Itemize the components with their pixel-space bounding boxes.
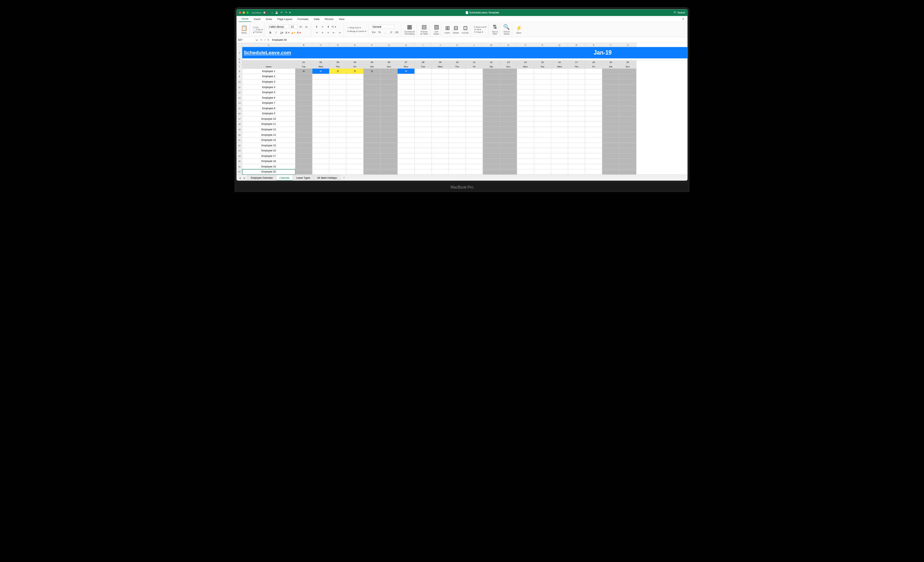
leave-cell[interactable]: [602, 132, 620, 138]
ribbon-tab-review[interactable]: Review: [322, 16, 336, 22]
leave-cell[interactable]: [568, 95, 585, 100]
leave-cell[interactable]: [295, 106, 312, 111]
format-cells-button[interactable]: ⊡Format: [462, 25, 468, 34]
leave-cell[interactable]: [483, 121, 500, 127]
row-header[interactable]: 6: [237, 60, 242, 64]
date-header[interactable]: 20: [620, 60, 636, 64]
leave-cell[interactable]: [483, 69, 500, 74]
leave-cell[interactable]: [415, 69, 432, 74]
leave-cell[interactable]: [295, 127, 312, 133]
ribbon-tab-formulas[interactable]: Formulas: [295, 16, 311, 22]
search-box[interactable]: 🔍 Search: [674, 11, 686, 14]
percent-icon[interactable]: %: [377, 30, 381, 34]
format-painter-button[interactable]: 🖌 Format: [253, 31, 262, 33]
leave-cell[interactable]: [329, 121, 346, 127]
employee-name-cell[interactable]: Employee 5: [242, 90, 296, 96]
leave-cell[interactable]: [432, 153, 449, 159]
leave-cell[interactable]: [364, 164, 381, 170]
leave-cell[interactable]: [585, 69, 602, 74]
fx-icon[interactable]: fx: [267, 39, 269, 42]
leave-cell[interactable]: [346, 74, 364, 79]
increase-indent-icon[interactable]: ⇥: [338, 30, 342, 34]
leave-cell[interactable]: [568, 148, 585, 154]
leave-cell[interactable]: [398, 106, 415, 111]
leave-cell[interactable]: [534, 121, 551, 127]
leave-cell[interactable]: [500, 95, 517, 100]
leave-cell[interactable]: [534, 74, 551, 79]
leave-cell[interactable]: [398, 74, 415, 79]
leave-cell[interactable]: [466, 148, 483, 154]
leave-cell[interactable]: [602, 100, 620, 106]
leave-cell[interactable]: [312, 111, 329, 117]
leave-cell[interactable]: [295, 164, 312, 170]
leave-cell[interactable]: [483, 127, 500, 133]
column-header[interactable]: Q: [551, 43, 568, 47]
leave-cell[interactable]: [432, 100, 449, 106]
leave-cell[interactable]: [449, 169, 466, 175]
leave-cell[interactable]: [585, 117, 602, 122]
leave-cell[interactable]: [466, 100, 483, 106]
ribbon-tab-view[interactable]: View: [336, 16, 347, 22]
leave-cell[interactable]: [483, 74, 500, 79]
align-center-icon[interactable]: ≡: [320, 30, 325, 34]
leave-cell[interactable]: [346, 79, 364, 85]
date-header[interactable]: 18: [585, 60, 602, 64]
row-header[interactable]: 19: [237, 127, 242, 133]
leave-cell[interactable]: [364, 111, 381, 117]
employee-name-cell[interactable]: Employee 10: [242, 117, 296, 122]
leave-cell[interactable]: [398, 143, 415, 148]
leave-cell[interactable]: [466, 169, 483, 175]
date-header[interactable]: 06: [380, 60, 398, 64]
employee-name-cell[interactable]: Employee 2: [242, 74, 296, 79]
leave-cell[interactable]: [466, 121, 483, 127]
leave-cell[interactable]: [585, 132, 602, 138]
leave-cell[interactable]: [517, 100, 534, 106]
leave-cell[interactable]: [483, 95, 500, 100]
employee-name-cell[interactable]: Employee 14: [242, 138, 296, 143]
leave-cell[interactable]: [380, 100, 398, 106]
employee-name-cell[interactable]: Employee 3: [242, 79, 296, 85]
leave-cell[interactable]: [568, 100, 585, 106]
ideas-group[interactable]: ⚡ Ideas: [514, 23, 524, 36]
column-header[interactable]: A: [242, 43, 296, 47]
leave-cell[interactable]: [517, 169, 534, 175]
leave-cell[interactable]: [295, 117, 312, 122]
leave-cell[interactable]: [620, 132, 636, 138]
leave-cell[interactable]: [483, 106, 500, 111]
leave-cell[interactable]: [398, 127, 415, 133]
leave-cell[interactable]: [602, 111, 620, 117]
leave-cell[interactable]: [500, 164, 517, 170]
leave-cell[interactable]: [415, 106, 432, 111]
leave-cell[interactable]: [602, 153, 620, 159]
leave-cell[interactable]: [483, 111, 500, 117]
sheet-tab[interactable]: Calendar: [276, 175, 292, 181]
leave-cell[interactable]: [312, 127, 329, 133]
day-header[interactable]: Wed: [432, 64, 449, 69]
leave-cell[interactable]: [466, 79, 483, 85]
leave-cell[interactable]: [449, 111, 466, 117]
leave-cell[interactable]: [312, 106, 329, 111]
leave-cell[interactable]: [568, 84, 585, 90]
date-header[interactable]: 11: [466, 60, 483, 64]
leave-cell[interactable]: [534, 132, 551, 138]
date-header[interactable]: 12: [483, 60, 500, 64]
leave-cell[interactable]: [585, 164, 602, 170]
leave-cell[interactable]: [602, 74, 620, 79]
leave-cell[interactable]: [415, 143, 432, 148]
leave-cell[interactable]: [295, 90, 312, 96]
leave-cell[interactable]: [329, 148, 346, 154]
leave-cell[interactable]: [551, 69, 568, 74]
delete-cells-button[interactable]: ⊟Delete: [453, 25, 459, 34]
leave-cell[interactable]: [295, 95, 312, 100]
leave-cell[interactable]: [449, 117, 466, 122]
leave-cell[interactable]: [517, 159, 534, 164]
leave-cell[interactable]: [364, 127, 381, 133]
leave-cell[interactable]: [517, 132, 534, 138]
leave-cell[interactable]: [500, 117, 517, 122]
currency-icon[interactable]: $ ▾: [372, 30, 376, 34]
date-header[interactable]: 19: [602, 60, 620, 64]
leave-cell[interactable]: [517, 121, 534, 127]
leave-cell[interactable]: [517, 106, 534, 111]
employee-name-cell[interactable]: Employee 4: [242, 84, 296, 90]
leave-cell[interactable]: [483, 148, 500, 154]
